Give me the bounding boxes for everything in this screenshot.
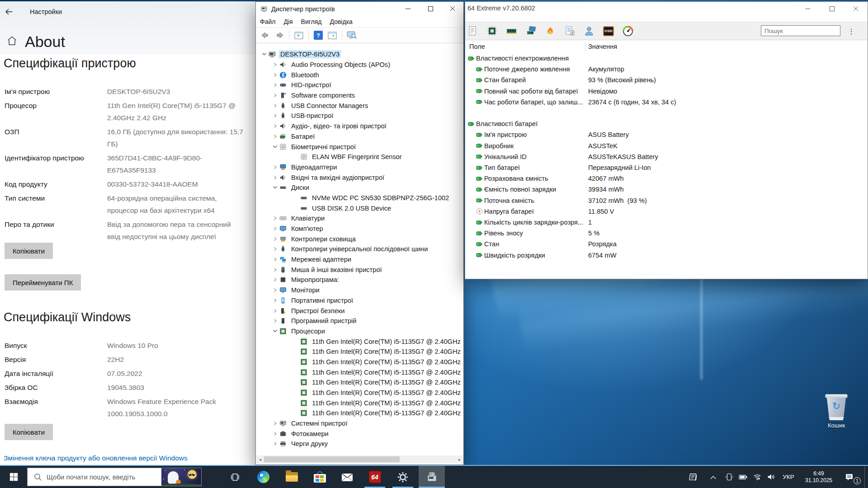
news-widget-button[interactable]: [684, 466, 703, 488]
chevron-closed-icon[interactable]: [273, 319, 279, 323]
scroll-right-icon[interactable]: ▸: [456, 455, 463, 463]
menu-help[interactable]: Довідка: [326, 18, 357, 25]
tree-item[interactable]: Аудіо-, відео- та ігрові пристрої: [256, 121, 463, 131]
tree-item[interactable]: Портативні пристрої: [256, 296, 463, 306]
scrollbar-thumb[interactable]: [264, 456, 400, 462]
tree-item[interactable]: HID-пристрої: [256, 80, 463, 90]
show-desktop-button[interactable]: [864, 466, 868, 488]
aida-row[interactable]: Поточна ємність37102 mWh (93 %): [465, 195, 868, 206]
chevron-closed-icon[interactable]: [273, 298, 279, 303]
aida-row[interactable]: Унікальний IDASUSTeKASUS Battery: [465, 151, 868, 162]
help-icon[interactable]: ?: [312, 29, 324, 41]
minimize-button[interactable]: [398, 2, 418, 15]
your-phone-tray-button[interactable]: [722, 466, 736, 488]
chevron-closed-icon[interactable]: [273, 113, 279, 118]
device-manager-taskbar-button[interactable]: [419, 466, 445, 488]
chevron-closed-icon[interactable]: [273, 257, 279, 262]
chevron-closed-icon[interactable]: [273, 226, 279, 231]
aida-row[interactable]: Швидкість розрядки6754 mW: [465, 250, 868, 261]
benchmark-flame-icon[interactable]: [545, 26, 556, 37]
settings-taskbar-button[interactable]: [392, 466, 414, 488]
maximize-button[interactable]: [420, 2, 441, 15]
chevron-closed-icon[interactable]: [273, 309, 279, 313]
tree-item[interactable]: 11th Gen Intel(R) Core(TM) i5-1135G7 @ 2…: [256, 347, 463, 357]
tree-item[interactable]: Software components: [256, 90, 463, 101]
scan-hardware-changes-icon[interactable]: [346, 29, 358, 41]
display-icon[interactable]: [525, 26, 536, 37]
cpu-icon[interactable]: [486, 26, 497, 37]
task-view-button[interactable]: [224, 466, 246, 488]
aida-row[interactable]: Напруга батареї11.850 V: [465, 206, 868, 217]
aida-row[interactable]: Ім'я пристроюASUS Battery: [465, 129, 868, 140]
chevron-closed-icon[interactable]: [273, 216, 279, 221]
menu-action[interactable]: Дія: [279, 18, 297, 25]
aida-row[interactable]: Рівень зносу5 %: [465, 228, 868, 239]
chevron-closed-icon[interactable]: [273, 93, 279, 98]
column-field[interactable]: Поле: [469, 43, 485, 50]
tree-item[interactable]: Комп'ютер: [256, 224, 463, 234]
aida-row[interactable]: Повний час роботи від батареїНевідомо: [465, 86, 868, 97]
scroll-left-icon[interactable]: ◂: [256, 455, 264, 463]
column-divider[interactable]: [585, 42, 585, 52]
tree-item[interactable]: USB-пристрої: [256, 111, 463, 121]
aida-row[interactable]: Час роботи батареї, що залиш...23674 с (…: [465, 97, 868, 108]
aida-row[interactable]: Розрахована ємність42067 mWh: [465, 173, 868, 184]
aida-row[interactable]: Тип батареїПерезарядний Li-Ion: [465, 162, 868, 173]
chevron-closed-icon[interactable]: [273, 103, 279, 108]
chevron-open-icon[interactable]: [273, 329, 279, 333]
tree-item[interactable]: Монітори: [256, 285, 463, 296]
rename-pc-button[interactable]: Перейменувати ПК: [5, 274, 81, 291]
chevron-closed-icon[interactable]: [273, 62, 279, 67]
show-console-tree-icon[interactable]: [293, 29, 305, 41]
tree-item[interactable]: ELAN WBF Fingerprint Sensor: [256, 152, 463, 162]
aida-row[interactable]: Властивості батареї: [465, 118, 868, 129]
aida-row[interactable]: Стан батарей93 % (Високий рівень): [465, 75, 868, 85]
language-indicator[interactable]: УКР: [779, 466, 797, 488]
action-center-button[interactable]: 1: [840, 466, 858, 488]
report-page-icon[interactable]: [467, 26, 478, 37]
chevron-closed-icon[interactable]: [273, 83, 279, 87]
minimize-button[interactable]: [797, 2, 818, 15]
chevron-closed-icon[interactable]: [273, 432, 279, 436]
tree-item[interactable]: Програмний пристрій: [256, 316, 463, 326]
column-value[interactable]: Значення: [588, 43, 617, 50]
tree-item[interactable]: 11th Gen Intel(R) Core(TM) i5-1135G7 @ 2…: [256, 367, 463, 377]
tree-item[interactable]: Мікропрограма:: [256, 275, 463, 285]
kebab-menu-icon[interactable]: ⋮: [846, 26, 857, 37]
battery-tray-button[interactable]: [736, 466, 750, 488]
tray-overflow-chevron[interactable]: [706, 466, 720, 488]
horizontal-scrollbar[interactable]: ◂ ▸: [256, 455, 463, 463]
chevron-closed-icon[interactable]: [273, 134, 279, 139]
chevron-closed-icon[interactable]: [273, 267, 279, 272]
aida-row[interactable]: Властивості електроживлення: [465, 53, 868, 64]
chevron-open-icon[interactable]: [273, 145, 279, 149]
maximize-button[interactable]: [822, 2, 842, 15]
tree-item[interactable]: Мережеві адаптери: [256, 254, 463, 265]
file-explorer-button[interactable]: [281, 466, 302, 488]
copy-windows-specs-button[interactable]: Копіювати: [5, 424, 53, 440]
chevron-closed-icon[interactable]: [273, 165, 279, 169]
tree-item[interactable]: Контролери універсальної послідовної шин…: [256, 244, 463, 254]
tree-item[interactable]: Диски: [256, 183, 463, 193]
halloween-search-graphic[interactable]: [161, 468, 201, 486]
report-wizard-icon[interactable]: [564, 26, 575, 37]
chevron-closed-icon[interactable]: [273, 277, 279, 282]
chevron-closed-icon[interactable]: [273, 73, 279, 77]
aida-search-input[interactable]: [761, 25, 840, 36]
wifi-tray-button[interactable]: [750, 466, 764, 488]
forward-navigation-icon[interactable]: [274, 29, 285, 41]
tree-item[interactable]: 11th Gen Intel(R) Core(TM) i5-1135G7 @ 2…: [256, 388, 463, 398]
tree-item[interactable]: 11th Gen Intel(R) Core(TM) i5-1135G7 @ 2…: [256, 408, 463, 418]
recycle-bin[interactable]: ↻ Кошик: [822, 394, 851, 429]
menu-file[interactable]: Файл: [256, 18, 279, 25]
edge-button[interactable]: [252, 466, 274, 488]
back-arrow-icon[interactable]: [0, 8, 18, 15]
tree-item[interactable]: DESKTOP-6I5U2V3: [256, 49, 463, 60]
aida-row[interactable]: ВиробникASUSTeK: [465, 141, 868, 151]
change-product-key-link[interactable]: Змінення ключа продукту або оновлення ве…: [4, 454, 188, 462]
tree-item[interactable]: 11th Gen Intel(R) Core(TM) i5-1135G7 @ 2…: [256, 377, 463, 388]
tree-item[interactable]: Відеоадаптери: [256, 162, 463, 173]
aida64-taskbar-button[interactable]: 64: [364, 466, 386, 488]
chevron-closed-icon[interactable]: [273, 421, 279, 426]
tree-item[interactable]: 11th Gen Intel(R) Core(TM) i5-1135G7 @ 2…: [256, 336, 463, 347]
